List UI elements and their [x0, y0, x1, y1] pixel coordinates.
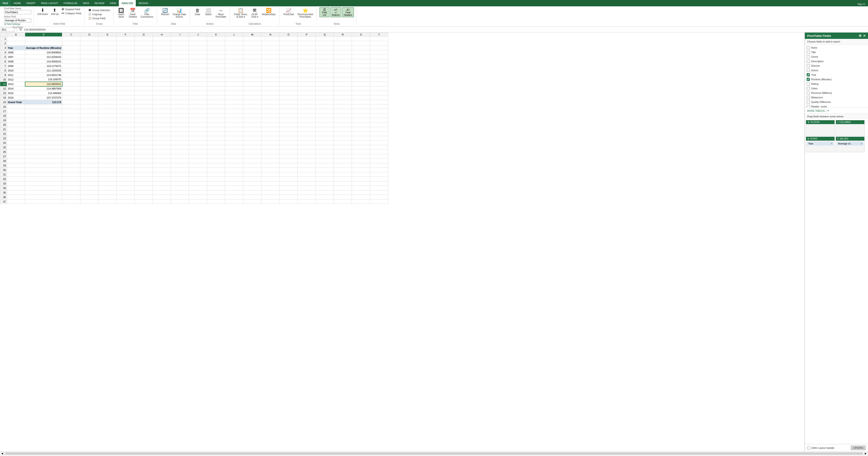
cell-S28[interactable] — [352, 159, 370, 163]
cell-F15[interactable] — [117, 100, 135, 104]
cell-M9[interactable] — [243, 73, 261, 77]
cell-K27[interactable] — [207, 154, 225, 159]
cell-G13[interactable] — [135, 91, 153, 95]
cell-T3[interactable] — [370, 46, 388, 50]
cell-R17[interactable] — [334, 109, 352, 113]
cell-F17[interactable] — [117, 109, 135, 113]
cell-B15[interactable]: 113.172 — [25, 100, 62, 104]
cell-D4[interactable] — [80, 50, 98, 55]
cell-H25[interactable] — [153, 145, 171, 150]
cell-P31[interactable] — [298, 172, 316, 177]
cell-R24[interactable] — [334, 141, 352, 145]
cell-D16[interactable] — [80, 104, 98, 109]
cell-D9[interactable] — [80, 73, 98, 77]
cell-J31[interactable] — [189, 172, 207, 177]
cell-L4[interactable] — [225, 50, 243, 55]
row-header-16[interactable]: 16 — [0, 104, 7, 109]
cell-B5[interactable]: 121.6226415 — [25, 55, 62, 59]
cell-O19[interactable] — [279, 118, 298, 123]
cell-E19[interactable] — [98, 118, 117, 123]
drill-up-button[interactable]: ⬆ Drill Up — [50, 7, 60, 16]
cell-H4[interactable] — [153, 50, 171, 55]
row-header-29[interactable]: 29 — [0, 163, 7, 168]
cell-F14[interactable] — [117, 95, 135, 100]
cell-R7[interactable] — [334, 64, 352, 68]
cell-C12[interactable] — [62, 86, 80, 91]
cell-L27[interactable] — [225, 154, 243, 159]
cell-O18[interactable] — [279, 113, 298, 118]
cell-S37[interactable] — [352, 199, 370, 204]
cell-S1[interactable] — [352, 37, 370, 41]
cell-Q34[interactable] — [316, 186, 334, 190]
row-header-1[interactable]: 1 — [0, 37, 7, 41]
cell-I16[interactable] — [171, 104, 189, 109]
cell-G12[interactable] — [135, 86, 153, 91]
cell-O27[interactable] — [279, 154, 298, 159]
cell-I5[interactable] — [171, 55, 189, 59]
cell-P12[interactable] — [298, 86, 316, 91]
cell-K35[interactable] — [207, 190, 225, 195]
cell-J27[interactable] — [189, 154, 207, 159]
cell-C13[interactable] — [62, 91, 80, 95]
cell-B31[interactable] — [25, 172, 62, 177]
cell-H22[interactable] — [153, 132, 171, 136]
cell-N15[interactable] — [261, 100, 279, 104]
cell-B9[interactable]: 114.6031746 — [25, 73, 62, 77]
field-list-button[interactable]: ☰ FieldList — [319, 7, 330, 17]
cell-O10[interactable] — [279, 77, 298, 82]
cell-K30[interactable] — [207, 168, 225, 172]
cell-G23[interactable] — [135, 136, 153, 141]
cell-J36[interactable] — [189, 195, 207, 199]
row-header-13[interactable]: 13 — [0, 91, 7, 95]
cell-A11[interactable]: 2013 — [7, 82, 25, 86]
cell-C18[interactable] — [62, 113, 80, 118]
cell-R19[interactable] — [334, 118, 352, 123]
cell-S13[interactable] — [352, 91, 370, 95]
cell-K7[interactable] — [207, 64, 225, 68]
cell-D5[interactable] — [80, 55, 98, 59]
col-header-J[interactable]: J — [189, 33, 207, 37]
cell-G34[interactable] — [135, 186, 153, 190]
cell-Q5[interactable] — [316, 55, 334, 59]
cell-K37[interactable] — [207, 199, 225, 204]
cell-O23[interactable] — [279, 136, 298, 141]
cell-E37[interactable] — [98, 199, 117, 204]
cell-F22[interactable] — [117, 132, 135, 136]
cell-M6[interactable] — [243, 59, 261, 64]
cell-I37[interactable] — [171, 199, 189, 204]
cell-G32[interactable] — [135, 177, 153, 181]
cell-B34[interactable] — [25, 186, 62, 190]
cell-T24[interactable] — [370, 141, 388, 145]
cell-M4[interactable] — [243, 50, 261, 55]
cell-S20[interactable] — [352, 123, 370, 127]
col-header-P[interactable]: P — [298, 33, 316, 37]
cell-H13[interactable] — [153, 91, 171, 95]
cell-D36[interactable] — [80, 195, 98, 199]
cell-M29[interactable] — [243, 163, 261, 168]
cell-Q35[interactable] — [316, 190, 334, 195]
field-checkbox-reader_score[interactable] — [807, 105, 810, 108]
cell-A16[interactable] — [7, 104, 25, 109]
cell-O3[interactable] — [279, 46, 298, 50]
cell-G29[interactable] — [135, 163, 153, 168]
spreadsheet[interactable]: A B C D E F G H I J K L M N O P Q — [0, 33, 805, 452]
field-checkbox-description[interactable] — [807, 60, 810, 63]
cell-T36[interactable] — [370, 195, 388, 199]
row-header-21[interactable]: 21 — [0, 127, 7, 132]
cell-G9[interactable] — [135, 73, 153, 77]
cell-I8[interactable] — [171, 68, 189, 73]
cell-H15[interactable] — [153, 100, 171, 104]
cell-L15[interactable] — [225, 100, 243, 104]
cell-Q33[interactable] — [316, 181, 334, 186]
cell-L6[interactable] — [225, 59, 243, 64]
cell-I2[interactable] — [171, 41, 189, 46]
cell-I27[interactable] — [171, 154, 189, 159]
cell-N18[interactable] — [261, 113, 279, 118]
cell-B32[interactable] — [25, 177, 62, 181]
cell-L20[interactable] — [225, 123, 243, 127]
cell-H27[interactable] — [153, 154, 171, 159]
cell-S21[interactable] — [352, 127, 370, 132]
cell-F23[interactable] — [117, 136, 135, 141]
row-header-36[interactable]: 36 — [0, 195, 7, 199]
cell-B7[interactable]: 116.1176471 — [25, 64, 62, 68]
